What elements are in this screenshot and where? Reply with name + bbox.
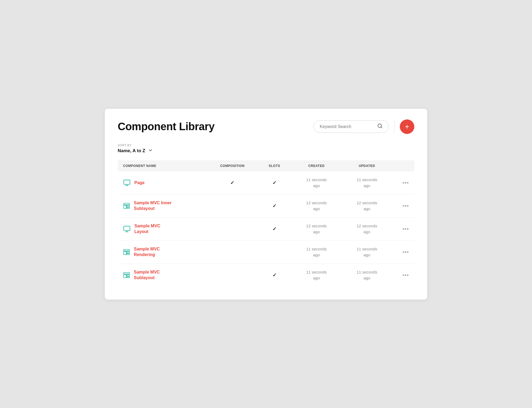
slots-check: ✓: [258, 180, 291, 186]
monitor-icon: [123, 225, 131, 233]
comp-name-cell: Sample MVC InnerSublayout: [123, 200, 207, 212]
slots-check: ✓: [258, 203, 291, 209]
col-header-updated: UPDATED: [342, 164, 392, 168]
created-time: 11 secondsago: [291, 269, 342, 281]
svg-rect-7: [127, 205, 130, 207]
component-name-link[interactable]: Sample MVCSublayout: [134, 269, 160, 281]
checkmark-icon: ✓: [272, 272, 276, 278]
slots-check: ✓: [258, 226, 291, 232]
search-input[interactable]: [320, 124, 375, 129]
svg-rect-17: [124, 275, 126, 278]
component-name-link[interactable]: Sample MVC InnerSublayout: [134, 200, 171, 212]
svg-rect-14: [127, 252, 130, 253]
svg-rect-5: [124, 203, 130, 205]
svg-rect-12: [124, 249, 130, 251]
more-dots-icon[interactable]: •••: [402, 180, 409, 186]
svg-rect-16: [124, 272, 130, 274]
checkmark-icon: ✓: [272, 203, 276, 209]
updated-time: 12 secondsago: [342, 223, 392, 235]
created-time: 12 secondsago: [291, 223, 342, 235]
checkmark-icon: ✓: [272, 226, 276, 232]
checkmark-icon: ✓: [272, 180, 276, 186]
sublayout-icon: [123, 249, 130, 256]
page-title: Component Library: [118, 121, 214, 133]
table-header: COMPONENT NAME COMPOSITION SLOTS CREATED…: [118, 160, 414, 172]
more-menu-cell[interactable]: •••: [392, 272, 409, 278]
created-time: 12 secondsago: [291, 200, 342, 212]
component-name-link[interactable]: Sample MVCRendering: [134, 246, 160, 258]
add-button[interactable]: +: [400, 119, 414, 134]
component-table: COMPONENT NAME COMPOSITION SLOTS CREATED…: [118, 160, 414, 287]
checkmark-icon: ✓: [230, 180, 234, 186]
more-dots-icon[interactable]: •••: [402, 249, 409, 255]
col-header-name: COMPONENT NAME: [123, 164, 207, 168]
search-box[interactable]: [314, 120, 389, 133]
table-row: Sample MVC InnerSublayout ✓ 12 secondsag…: [118, 195, 414, 218]
monitor-icon: [123, 179, 131, 187]
svg-rect-6: [124, 205, 126, 209]
sublayout-icon: [123, 202, 130, 209]
sublayout-icon: [123, 272, 130, 279]
component-name-link[interactable]: Sample MVCLayout: [134, 223, 160, 235]
more-menu-cell[interactable]: •••: [392, 203, 409, 209]
more-menu-cell[interactable]: •••: [392, 226, 409, 232]
col-header-composition: COMPOSITION: [207, 164, 258, 168]
header-divider: [394, 120, 394, 133]
sort-section: SORT BY Name, A to Z: [118, 144, 414, 154]
svg-rect-13: [124, 252, 126, 255]
sort-label: SORT BY: [118, 144, 414, 147]
col-header-slots: SLOTS: [258, 164, 291, 168]
svg-rect-19: [127, 276, 130, 278]
component-name-link[interactable]: Page: [134, 180, 145, 186]
main-card: Component Library + SORT BY Name, A to Z: [105, 109, 427, 300]
updated-time: 12 secondsago: [342, 200, 392, 212]
svg-rect-9: [124, 226, 130, 231]
sort-select[interactable]: Name, A to Z: [118, 148, 414, 154]
more-dots-icon[interactable]: •••: [402, 226, 409, 232]
slots-check: ✓: [258, 272, 291, 278]
table-row: Sample MVCSublayout ✓ 11 secondsago 11 s…: [118, 264, 414, 287]
svg-rect-2: [124, 180, 130, 184]
more-dots-icon[interactable]: •••: [402, 203, 409, 209]
updated-time: 11 secondsago: [342, 177, 392, 189]
more-menu-cell[interactable]: •••: [392, 249, 409, 255]
chevron-down-icon: [148, 148, 153, 154]
svg-rect-15: [127, 253, 130, 254]
sort-value: Name, A to Z: [118, 148, 145, 154]
comp-name-cell: Sample MVCSublayout: [123, 269, 207, 281]
col-header-created: CREATED: [291, 164, 342, 168]
comp-name-cell: Sample MVCRendering: [123, 246, 207, 258]
table-row: Sample MVCLayout ✓ 12 secondsago 12 seco…: [118, 218, 414, 241]
header: Component Library +: [118, 119, 414, 134]
comp-name-cell: Page: [123, 179, 207, 187]
svg-rect-8: [127, 207, 130, 208]
comp-name-cell: Sample MVCLayout: [123, 223, 207, 235]
svg-line-1: [381, 127, 382, 128]
search-icon: [377, 123, 383, 130]
composition-check: ✓: [207, 180, 258, 186]
created-time: 11 secondsago: [291, 177, 342, 189]
updated-time: 11 secondsago: [342, 246, 392, 258]
table-row: Sample MVCRendering 11 secondsago 11 sec…: [118, 241, 414, 264]
header-right: +: [314, 119, 414, 134]
col-header-actions: [392, 164, 409, 168]
created-time: 11 secondsago: [291, 246, 342, 258]
more-menu-cell[interactable]: •••: [392, 180, 409, 186]
more-dots-icon[interactable]: •••: [402, 272, 409, 278]
table-row: Page ✓ ✓ 11 secondsago 11 secondsago •••: [118, 172, 414, 195]
updated-time: 11 secondsago: [342, 269, 392, 281]
svg-rect-18: [127, 275, 130, 276]
